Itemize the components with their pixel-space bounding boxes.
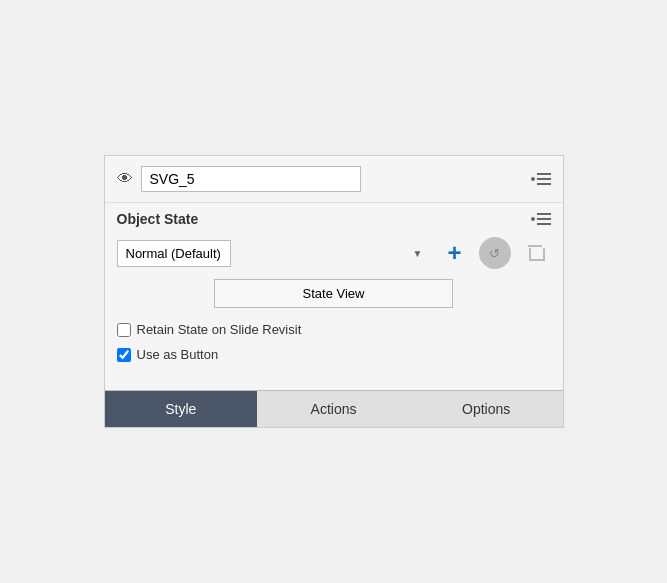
tab-style[interactable]: Style (105, 391, 258, 427)
hamburger-lines (537, 173, 551, 185)
object-state-section: Object State Normal (Default) Hover Down… (105, 202, 563, 382)
state-dropdown[interactable]: Normal (Default) Hover Down Visited Disa… (117, 240, 231, 267)
header-menu-button[interactable] (531, 173, 551, 185)
reset-icon: ↺ (489, 246, 500, 261)
name-row: 👁 (117, 166, 361, 192)
retain-state-checkbox[interactable] (117, 323, 131, 337)
reset-state-button[interactable]: ↺ (479, 237, 511, 269)
use-as-button-label[interactable]: Use as Button (137, 347, 219, 362)
object-state-header: Object State (117, 211, 551, 227)
header-section: 👁 (105, 156, 563, 202)
state-hamburger-lines (537, 213, 551, 225)
object-name-input[interactable] (141, 166, 361, 192)
use-as-button-checkbox[interactable] (117, 348, 131, 362)
add-state-button[interactable]: + (439, 237, 471, 269)
retain-state-label[interactable]: Retain State on Slide Revisit (137, 322, 302, 337)
delete-state-button[interactable] (519, 237, 551, 269)
dropdown-indicator-dot (531, 177, 535, 181)
retain-state-row: Retain State on Slide Revisit (117, 320, 551, 339)
object-state-title: Object State (117, 211, 199, 227)
use-as-button-row: Use as Button (117, 345, 551, 364)
tabs-row: Style Actions Options (105, 390, 563, 427)
state-controls: Normal (Default) Hover Down Visited Disa… (117, 237, 551, 269)
tab-options[interactable]: Options (410, 391, 563, 427)
state-menu-dot (531, 217, 535, 221)
object-state-menu-button[interactable] (531, 213, 551, 225)
state-view-button[interactable]: State View (214, 279, 453, 308)
state-select-wrapper: Normal (Default) Hover Down Visited Disa… (117, 240, 431, 267)
eye-icon[interactable]: 👁 (117, 170, 133, 188)
trash-icon (528, 245, 542, 261)
tab-actions[interactable]: Actions (257, 391, 410, 427)
panel: 👁 Object State (104, 155, 564, 428)
